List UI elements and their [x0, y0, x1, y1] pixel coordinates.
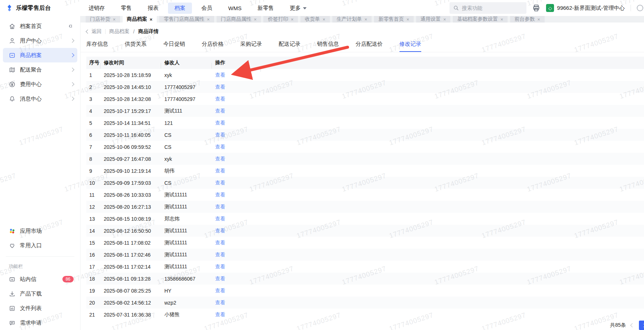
sidebar-item-mail[interactable]: 站内信86	[0, 272, 80, 286]
subtab-item[interactable]: 供货关系	[125, 41, 147, 52]
tab-close-icon[interactable]: ×	[113, 17, 116, 22]
prev-page-icon[interactable]	[630, 323, 634, 327]
view-record-link[interactable]: 查看	[215, 144, 225, 150]
view-record-link[interactable]: 查看	[215, 192, 225, 197]
current-page-button[interactable]: 1	[639, 321, 644, 330]
sidebar-item-archive[interactable]: 商品档案	[3, 48, 77, 62]
tab-item[interactable]: 价签打印×	[263, 16, 298, 23]
view-record-link[interactable]: 查看	[215, 108, 225, 114]
topnav-item[interactable]: 档案	[168, 3, 192, 14]
sidebar-item-home[interactable]: 档案首页	[0, 19, 80, 33]
sidebar-item-label: 配送聚合	[20, 66, 66, 73]
topnav-item[interactable]: 更多	[283, 3, 313, 14]
account-switcher[interactable]: ◇ 99662-新界面测试-管理中心	[546, 4, 625, 12]
view-record-link[interactable]: 查看	[215, 276, 225, 281]
subtab-item[interactable]: 配送记录	[279, 41, 300, 52]
view-record-link[interactable]: 查看	[215, 240, 225, 245]
breadcrumb-current: 商品详情	[138, 28, 159, 35]
cutoff-user-icon[interactable]	[637, 5, 643, 11]
tab-item[interactable]: 门店补货×	[86, 16, 120, 23]
subtab-item[interactable]: 库存信息	[86, 41, 108, 52]
sidebar-item-user[interactable]: 用户中心	[0, 33, 80, 48]
collapse-sidebar-icon[interactable]	[67, 23, 74, 29]
subtab-item[interactable]: 销售信息	[317, 41, 339, 52]
sidebar-item-label: 商品档案	[20, 52, 66, 59]
modified-time: 2025-09-10 12:19:14	[104, 168, 164, 174]
view-record-link[interactable]: 查看	[215, 204, 225, 209]
tab-close-icon[interactable]: ×	[406, 17, 409, 22]
view-record-link[interactable]: 查看	[215, 311, 225, 317]
topnav-item[interactable]: WMS	[222, 3, 248, 13]
topnav-item[interactable]: 会员	[195, 3, 219, 14]
tab-active[interactable]: 商品档案×	[123, 16, 157, 23]
function-search[interactable]	[450, 2, 526, 14]
modified-time: 2025-10-06 09:59:52	[104, 144, 164, 150]
app-logo[interactable]: 乐檬零售后台	[6, 4, 82, 12]
table-row: 192025-08-07 08:25:25HY查看	[86, 285, 644, 297]
tab-item[interactable]: 基础档案参数设置×	[453, 16, 508, 23]
tab-item[interactable]: 收货单×	[300, 16, 330, 23]
tab-item[interactable]: 前台参数×	[510, 16, 545, 23]
tab-close-icon[interactable]: ×	[443, 17, 446, 22]
action-cell: 查看	[215, 120, 264, 126]
tab-close-icon[interactable]: ×	[291, 17, 294, 22]
sidebar-item-apps[interactable]: 应用市场	[0, 224, 80, 238]
sidebar: 档案首页用户中心商品档案配送聚合费用中心消息中心应用市场常用入口功能栏站内信86…	[0, 16, 81, 330]
topnav-item[interactable]: 报表	[141, 3, 165, 14]
tab-item[interactable]: 零售门店商品属性×	[159, 16, 214, 23]
tab-close-icon[interactable]: ×	[365, 17, 368, 22]
tab-item[interactable]: 生产计划单×	[332, 16, 372, 23]
search-input[interactable]	[462, 5, 523, 11]
view-record-link[interactable]: 查看	[215, 264, 225, 269]
view-record-link[interactable]: 查看	[215, 168, 225, 174]
tab-item[interactable]: 新零售首页×	[374, 16, 414, 23]
table-row: 162025-08-11 17:02:46测试11111查看	[86, 249, 644, 261]
sidebar-item-label: 费用中心	[20, 81, 66, 88]
sidebar-item-comment[interactable]: 需求申请	[0, 315, 80, 330]
view-record-link[interactable]: 查看	[215, 288, 225, 293]
view-record-link[interactable]: 查看	[215, 84, 225, 90]
table-row: 122025-08-20 16:27:13测试11111查看	[86, 201, 644, 213]
view-record-link[interactable]: 查看	[215, 216, 225, 221]
view-record-link[interactable]: 查看	[215, 72, 225, 78]
tab-close-icon[interactable]: ×	[537, 17, 540, 22]
chevron-right-icon	[70, 68, 74, 72]
sidebar-item-bell[interactable]: 消息中心	[0, 91, 80, 106]
topnav-item[interactable]: 新零售	[251, 3, 280, 14]
tab-close-icon[interactable]: ×	[254, 17, 257, 22]
breadcrumb-separator: /	[133, 29, 135, 34]
sidebar-item-chart[interactable]: 文件列表	[0, 301, 80, 315]
topnav-item[interactable]: 进销存	[82, 3, 111, 14]
action-cell: 查看	[215, 300, 264, 306]
tab-close-icon[interactable]: ×	[207, 17, 210, 22]
view-record-link[interactable]: 查看	[215, 228, 225, 233]
view-record-link[interactable]: 查看	[215, 300, 225, 305]
printer-icon[interactable]	[532, 4, 540, 12]
sidebar-item-yen[interactable]: 费用中心	[0, 77, 80, 91]
view-record-link[interactable]: 查看	[215, 96, 225, 102]
chevron-right-icon	[70, 38, 74, 42]
subtab-item[interactable]: 分店配送价	[356, 41, 383, 52]
tab-label: 收货单	[305, 16, 320, 23]
view-record-link[interactable]: 查看	[215, 132, 225, 138]
tab-item[interactable]: 通用设置×	[416, 16, 451, 23]
view-record-link[interactable]: 查看	[215, 180, 225, 186]
subtab-item[interactable]: 分店价格	[202, 41, 223, 52]
tab-item[interactable]: 门店商品属性×	[217, 16, 261, 23]
subtab-item[interactable]: 采购记录	[240, 41, 262, 52]
topnav-item[interactable]: 零售	[114, 3, 138, 14]
tab-close-icon[interactable]: ×	[150, 17, 153, 22]
subtab-item[interactable]: 修改记录	[399, 41, 421, 52]
view-record-link[interactable]: 查看	[215, 120, 225, 126]
sidebar-item-heart[interactable]: 常用入口	[0, 238, 80, 253]
view-record-link[interactable]: 查看	[215, 156, 225, 162]
tab-close-icon[interactable]: ×	[323, 17, 325, 22]
view-record-link[interactable]: 查看	[215, 252, 225, 257]
back-button[interactable]: 返回	[86, 28, 102, 35]
sidebar-item-download[interactable]: 产品下载	[0, 286, 80, 301]
subtab-item[interactable]: 今日促销	[163, 41, 185, 52]
back-label: 返回	[91, 28, 102, 35]
tab-close-icon[interactable]: ×	[500, 17, 503, 22]
breadcrumb-parent[interactable]: 商品档案	[109, 28, 130, 35]
sidebar-item-map[interactable]: 配送聚合	[0, 62, 80, 77]
